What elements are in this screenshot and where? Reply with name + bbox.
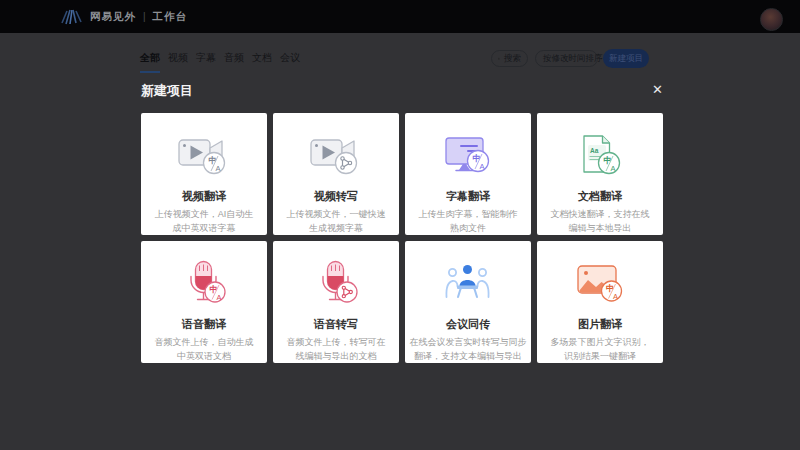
card-title: 语音翻译 (141, 317, 267, 332)
card-video-translate[interactable]: 中 A 视频翻译 上传视频文件，AI自动生成中英双语字幕 (141, 113, 267, 235)
search-placeholder: 搜索 (504, 53, 521, 65)
svg-text:中: 中 (604, 155, 613, 165)
card-title: 会议同传 (405, 317, 531, 332)
modal-title: 新建项目 (141, 82, 193, 100)
card-desc: 音频文件上传，自动生成中英双语文档 (141, 336, 267, 364)
tab-video[interactable]: 视频 (168, 51, 188, 73)
card-desc: 多场景下图片文字识别，识别结果一键翻译 (537, 336, 663, 364)
app-window: 网易见外 | 工作台 全部 视频 字幕 音频 文档 会议 搜索 按修改时间排序 … (0, 0, 800, 450)
new-project-modal: 新建项目 ✕ 中 A 视频翻译 (141, 82, 663, 363)
card-title: 图片翻译 (537, 317, 663, 332)
search-input[interactable]: 搜索 (491, 50, 528, 67)
card-document-translate[interactable]: Aa 中 A 文档翻译 文档快速翻译，支持在线编辑与本地导出 (537, 113, 663, 235)
tab-subtitle[interactable]: 字幕 (196, 51, 216, 73)
card-audio-transcribe[interactable]: 语音转写 音频文件上传，转写可在线编辑与导出的文档 (273, 241, 399, 363)
project-filter-tabs: 全部 视频 字幕 音频 文档 会议 (140, 51, 300, 73)
card-desc: 上传视频文件，一键快速生成视频字幕 (273, 208, 399, 236)
video-transcribe-icon (273, 127, 399, 183)
card-audio-translate[interactable]: 中 A 语音翻译 音频文件上传，自动生成中英双语文档 (141, 241, 267, 363)
image-translate-icon: 中 A (537, 255, 663, 311)
svg-text:中: 中 (473, 153, 482, 163)
new-project-button[interactable]: 新建项目 (603, 49, 649, 68)
svg-text:A: A (480, 162, 485, 171)
document-translate-icon: Aa 中 A (537, 127, 663, 183)
card-title: 语音转写 (273, 317, 399, 332)
brand-divider: | (143, 11, 146, 22)
brand-area: 网易见外 | 工作台 (60, 0, 187, 33)
svg-text:A: A (216, 164, 221, 173)
brand-name: 网易见外 (90, 10, 136, 24)
sort-label: 按修改时间排序 (543, 53, 603, 65)
tab-all[interactable]: 全部 (140, 51, 160, 73)
top-bar: 网易见外 | 工作台 (0, 0, 800, 33)
magnifier-icon (498, 55, 500, 63)
workspace-label: 工作台 (153, 10, 188, 24)
video-translate-icon: 中 A (141, 127, 267, 183)
card-desc: 文档快速翻译，支持在线编辑与本地导出 (537, 208, 663, 236)
card-desc: 音频文件上传，转写可在线编辑与导出的文档 (273, 336, 399, 364)
brand-logo-icon (60, 8, 83, 26)
card-video-transcribe[interactable]: 视频转写 上传视频文件，一键快速生成视频字幕 (273, 113, 399, 235)
tab-meeting[interactable]: 会议 (280, 51, 300, 73)
svg-text:Aa: Aa (590, 147, 599, 154)
card-desc: 上传生肉字幕，智能制作熟肉文件 (405, 208, 531, 236)
card-subtitle-translate[interactable]: 中 A 字幕翻译 上传生肉字幕，智能制作熟肉文件 (405, 113, 531, 235)
card-title: 字幕翻译 (405, 189, 531, 204)
svg-text:A: A (217, 293, 222, 302)
meeting-interpret-icon (405, 255, 531, 311)
subtitle-translate-icon: 中 A (405, 127, 531, 183)
card-desc: 上传视频文件，AI自动生成中英双语字幕 (141, 208, 267, 236)
tab-audio[interactable]: 音频 (224, 51, 244, 73)
card-title: 视频转写 (273, 189, 399, 204)
project-type-grid: 中 A 视频翻译 上传视频文件，AI自动生成中英双语字幕 (141, 113, 663, 363)
audio-translate-icon: 中 A (141, 255, 267, 311)
card-image-translate[interactable]: 中 A 图片翻译 多场景下图片文字识别，识别结果一键翻译 (537, 241, 663, 363)
tab-document[interactable]: 文档 (252, 51, 272, 73)
close-icon[interactable]: ✕ (652, 83, 663, 96)
svg-text:A: A (611, 164, 616, 173)
card-desc: 在线会议发言实时转写与同步翻译，支持文本编辑与导出 (405, 336, 531, 364)
card-title: 视频翻译 (141, 189, 267, 204)
card-meeting-interpret[interactable]: 会议同传 在线会议发言实时转写与同步翻译，支持文本编辑与导出 (405, 241, 531, 363)
card-title: 文档翻译 (537, 189, 663, 204)
svg-text:A: A (613, 292, 618, 301)
svg-text:中: 中 (209, 155, 218, 165)
sort-dropdown[interactable]: 按修改时间排序 (535, 50, 598, 67)
audio-transcribe-icon (273, 255, 399, 311)
user-avatar[interactable] (760, 8, 783, 31)
